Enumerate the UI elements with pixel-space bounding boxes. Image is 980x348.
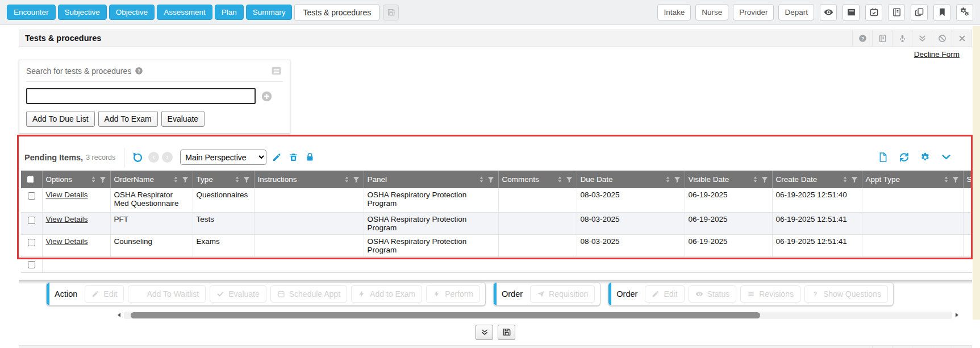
close-button[interactable]	[952, 346, 971, 348]
add-to-due-list-button[interactable]: Add To Due List	[26, 111, 95, 127]
revisions-button[interactable]: Revisions	[740, 285, 800, 303]
filter-icon[interactable]	[761, 176, 769, 184]
scroll-right-arrow[interactable]	[954, 312, 960, 318]
col-header-panel[interactable]: Panel	[364, 171, 498, 188]
filter-icon[interactable]	[181, 176, 189, 184]
list-view-icon[interactable]	[270, 65, 283, 76]
block-button[interactable]	[932, 30, 952, 46]
status-button[interactable]: Status	[689, 285, 737, 303]
depart-button[interactable]: Depart	[778, 4, 814, 20]
select-all-checkbox[interactable]	[27, 176, 34, 183]
row-checkbox[interactable]	[28, 217, 35, 224]
scroll-left-arrow[interactable]	[116, 312, 122, 318]
save-section-button[interactable]	[498, 325, 515, 340]
tab-assessment[interactable]: Assessment	[157, 5, 212, 20]
sort-icon[interactable]	[478, 176, 485, 183]
mic-button[interactable]	[912, 346, 932, 348]
refresh-icon[interactable]	[899, 152, 910, 163]
scrollbar-track[interactable]	[124, 312, 952, 319]
book-button[interactable]	[888, 4, 905, 21]
filter-icon[interactable]	[99, 176, 107, 184]
lock-icon[interactable]	[305, 152, 315, 162]
filter-icon[interactable]	[352, 176, 360, 184]
perform-button[interactable]: Perform	[426, 285, 480, 303]
sort-icon[interactable]	[664, 176, 672, 183]
bookmark-button[interactable]	[933, 4, 950, 21]
prev-page-button[interactable]	[148, 152, 159, 163]
evaluate-button[interactable]: Evaluate	[210, 285, 266, 303]
sort-icon[interactable]	[233, 176, 241, 183]
row-checkbox[interactable]	[28, 239, 35, 246]
scrollbar-thumb[interactable]	[131, 312, 760, 318]
edit-button[interactable]: Edit	[85, 285, 124, 303]
chevron-down-icon[interactable]	[941, 152, 952, 163]
tab-subjective[interactable]: Subjective	[58, 5, 107, 20]
filter-icon[interactable]	[952, 176, 960, 184]
filter-icon[interactable]	[850, 176, 858, 184]
evaluate-button[interactable]: Evaluate	[161, 111, 205, 127]
help-button[interactable]: ?	[872, 346, 892, 348]
add-to-exam-button[interactable]: Add To Exam	[98, 111, 158, 127]
search-input[interactable]	[26, 88, 256, 104]
view-details-link[interactable]: View Details	[46, 237, 88, 246]
tab-objective[interactable]: Objective	[109, 5, 155, 20]
book-button[interactable]	[892, 346, 912, 348]
add-icon[interactable]	[261, 90, 273, 102]
calendar-button[interactable]	[865, 4, 882, 21]
copy-button[interactable]	[911, 4, 928, 21]
col-header-create-date[interactable]: Create Date	[772, 171, 862, 188]
col-header-visible-date[interactable]: Visible Date	[685, 171, 772, 188]
row-checkbox[interactable]	[28, 261, 35, 268]
trash-icon[interactable]	[289, 152, 298, 162]
edit-button[interactable]	[932, 346, 952, 348]
col-header-comments[interactable]: Comments	[498, 171, 577, 188]
eye-button[interactable]	[820, 4, 837, 21]
sort-icon[interactable]	[172, 176, 180, 183]
provider-button[interactable]: Provider	[733, 4, 774, 20]
sort-icon[interactable]	[556, 176, 564, 183]
intake-button[interactable]: Intake	[657, 4, 691, 20]
sort-icon[interactable]	[841, 176, 849, 183]
tab-plan[interactable]: Plan	[215, 5, 244, 20]
edit-button[interactable]: Edit	[645, 285, 684, 303]
requisition-button[interactable]: Requisition	[530, 285, 595, 303]
col-header-ordername[interactable]: OrderName	[110, 171, 193, 188]
filter-icon[interactable]	[487, 176, 495, 184]
sort-icon[interactable]	[90, 176, 97, 183]
filter-icon[interactable]	[565, 176, 573, 184]
pencil-icon[interactable]	[272, 152, 282, 162]
undo-icon[interactable]	[132, 151, 144, 163]
save-tab-button[interactable]	[383, 5, 399, 20]
perspective-select[interactable]: Main Perspective	[180, 150, 266, 165]
collapse-button[interactable]	[912, 30, 932, 46]
view-details-link[interactable]: View Details	[46, 190, 88, 199]
col-header-truncated[interactable]: S	[963, 171, 972, 188]
tab-encounter[interactable]: Encounter	[7, 5, 56, 20]
sort-icon[interactable]	[943, 176, 950, 183]
filter-icon[interactable]	[243, 176, 251, 184]
add-to-waitlist-button[interactable]: Add To Waitlist	[128, 285, 206, 303]
sort-icon[interactable]	[752, 176, 759, 183]
col-header-type[interactable]: Type	[193, 171, 254, 188]
add-to-exam-button[interactable]: Add to Exam	[351, 285, 422, 303]
tab-summary[interactable]: Summary	[246, 5, 293, 20]
archive-button[interactable]	[843, 4, 860, 21]
mic-button[interactable]	[892, 30, 912, 46]
close-button[interactable]	[952, 30, 971, 46]
new-file-icon[interactable]	[878, 152, 889, 163]
nurse-button[interactable]: Nurse	[695, 4, 728, 20]
sort-icon[interactable]	[343, 176, 351, 183]
col-header-appt-type[interactable]: Appt Type	[862, 171, 963, 188]
col-header-options[interactable]: Options	[42, 171, 110, 188]
gear-icon[interactable]	[920, 152, 931, 163]
schedule-appt-button[interactable]: Schedule Appt	[270, 285, 347, 303]
decline-form-link[interactable]: Decline Form	[914, 50, 960, 59]
filter-icon[interactable]	[673, 176, 681, 184]
next-page-button[interactable]	[162, 152, 173, 163]
book-button[interactable]	[872, 30, 892, 46]
tab-tests-procedures-active[interactable]: Tests & procedures	[294, 4, 380, 21]
view-details-link[interactable]: View Details	[46, 215, 88, 223]
col-header-instructions[interactable]: Instructions	[254, 171, 364, 188]
settings-button[interactable]	[956, 4, 973, 21]
help-button[interactable]: ?	[852, 30, 872, 46]
